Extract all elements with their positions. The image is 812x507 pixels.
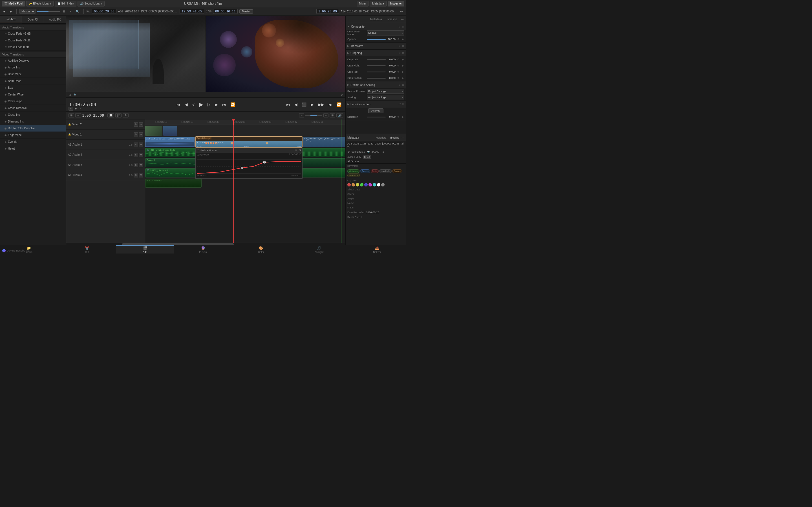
arrow-iris[interactable]: ◈ Arrow Iris — [0, 64, 66, 71]
v2-eye-btn[interactable]: 👁 — [134, 122, 138, 127]
crop-top-reset-btn[interactable]: ↺ — [397, 70, 400, 73]
dip-to-color-dissolve[interactable]: ◈ Dip To Color Dissolve — [0, 125, 66, 132]
keyword-wetlands[interactable]: Wetlands — [347, 169, 359, 173]
prev-frame-btn[interactable]: ◁ — [190, 101, 197, 108]
v2-clip-1[interactable] — [145, 126, 162, 136]
list-view-btn[interactable]: ≡ — [68, 9, 73, 13]
cross-fade-3db[interactable]: ≋ Cross Fade +3 dB — [0, 31, 66, 37]
lens-settings-btn[interactable]: ⚙ — [402, 103, 404, 106]
composite-reset-btn[interactable]: ↺ — [398, 25, 401, 28]
keyword-grassy[interactable]: Grassy — [360, 169, 370, 173]
tl-fit-btn[interactable]: ⊞ — [329, 113, 335, 117]
v2-clip-2[interactable] — [163, 126, 177, 136]
scaling-dropdown[interactable]: Project Settings ▾ — [367, 95, 404, 100]
bottom-color-tab[interactable]: 🎨 Color — [232, 245, 290, 253]
master-select[interactable]: Master — [19, 9, 36, 14]
clock-wipe[interactable]: ◈ Clock Wipe — [0, 98, 66, 105]
center-wipe[interactable]: ◈ Center Wipe — [0, 91, 66, 98]
retime-scaling-header[interactable]: ▶ Retime And Scaling ↺ ⚙ — [346, 81, 406, 88]
r-play-btn[interactable]: ▶ — [309, 101, 315, 108]
crop-left-slider[interactable] — [367, 59, 386, 60]
play-btn[interactable]: ▶ — [198, 100, 205, 109]
distortion-slider[interactable] — [367, 117, 386, 117]
bottom-fusion-tab[interactable]: 🔮 Fusion — [174, 245, 232, 253]
r-step-fwd-btn[interactable]: ▶▶ — [316, 101, 326, 108]
metadata-tab[interactable]: Metadata — [370, 1, 387, 6]
analyze-btn[interactable]: Analyze — [368, 108, 384, 113]
step-forward-btn[interactable]: ▶ — [213, 101, 220, 108]
tl-tool2[interactable]: ✂ — [75, 113, 81, 117]
lens-reset-btn[interactable]: ↺ — [398, 103, 401, 106]
bottom-fairlight-tab[interactable]: 🎵 Fairlight — [290, 245, 348, 253]
retime-close-btn[interactable]: ▼ — [295, 149, 297, 152]
search-btn[interactable]: 🔍 — [74, 9, 81, 13]
a2-m-btn[interactable]: M — [139, 153, 143, 157]
opacity-keyframe-btn[interactable]: ◆ — [401, 38, 404, 41]
flag-btn[interactable]: ⚑ — [74, 107, 78, 110]
v2-mute-btn[interactable]: M — [139, 122, 143, 127]
timeline-tab2[interactable]: Timeline — [389, 136, 400, 139]
tl-tool1[interactable]: ⊞ — [68, 113, 74, 117]
tl-link-btn[interactable]: ⛓ — [115, 113, 121, 117]
transform-settings-btn[interactable]: ⚙ — [402, 45, 404, 48]
metadata-tab2[interactable]: Metadata — [375, 136, 388, 139]
color-green[interactable] — [360, 183, 363, 186]
keyword-birds[interactable]: Birds — [371, 169, 378, 173]
v1-eye-btn[interactable]: 👁 — [134, 132, 138, 137]
composite-header[interactable]: ▼ Composite ↺ ⚙ — [346, 23, 406, 30]
a4-audio-clip[interactable]: from timeslice 1 — [145, 179, 202, 187]
v1-clip-left[interactable]: A14_2016-01-28_2217_C0090_[000000-001168… — [145, 137, 195, 147]
opacity-slider[interactable] — [367, 39, 386, 40]
v1-mute-btn[interactable]: M — [139, 132, 143, 137]
go-to-start-btn[interactable]: ⏮ — [175, 101, 182, 108]
speed-change-clip[interactable]: Speed Change A14_2016-01-28_2240_C005...… — [195, 136, 303, 148]
back-btn[interactable]: ◀ — [2, 9, 7, 13]
edge-wipe[interactable]: ◈ Edge Wipe — [0, 132, 66, 138]
edit-index-tab[interactable]: 📋 Edit Index — [55, 1, 77, 6]
viewer-zoom-btn[interactable]: 🔍 — [73, 93, 78, 97]
r-step-back-btn[interactable]: ◀ — [293, 101, 299, 108]
cross-fade-neg3db[interactable]: ≋ Cross Fade -3 dB — [0, 37, 66, 44]
cross-dissolve[interactable]: ◈ Cross Dissolve — [0, 105, 66, 112]
color-gray[interactable] — [381, 183, 385, 186]
cross-iris[interactable]: ◈ Cross Iris — [0, 112, 66, 118]
a4-m-btn[interactable]: M — [139, 173, 143, 177]
bottom-edit-tab[interactable]: 🎬 Edit — [116, 245, 174, 253]
step-back-btn[interactable]: ◀ — [183, 101, 190, 108]
timeline-insp-tab[interactable]: Timeline — [385, 17, 399, 21]
timeline-scrollbar[interactable] — [66, 243, 345, 245]
additive-dissolve[interactable]: ◈ Additive Dissolve — [0, 57, 66, 64]
retime-settings-btn[interactable]: ⚙ — [299, 149, 301, 152]
transform-reset-btn[interactable]: ↺ — [398, 45, 401, 48]
sound-library-tab[interactable]: 🔊 Sound Library — [78, 1, 104, 6]
grid-view-btn[interactable]: ⊞ — [61, 9, 66, 13]
lens-correction-header[interactable]: ▶ Lens Correction ↺ ⚙ — [346, 101, 406, 108]
go-to-end-btn[interactable]: ⏭ — [220, 101, 228, 108]
bottom-deliver-tab[interactable]: 📤 Deliver — [348, 245, 406, 253]
openfx-tab[interactable]: OpenFX — [22, 16, 44, 23]
box[interactable]: ◈ Box — [0, 84, 66, 91]
crop-left-reset-btn[interactable]: ↺ — [397, 58, 400, 61]
toolbox-tab[interactable]: Toolbox — [0, 16, 22, 23]
crop-right-key-btn[interactable]: ◆ — [401, 64, 404, 67]
r-go-start-btn[interactable]: ⏮ — [285, 101, 292, 108]
crop-bottom-key-btn[interactable]: ◆ — [401, 76, 404, 79]
zoom-slider[interactable] — [37, 11, 60, 12]
viewer-settings-btn[interactable]: ⚙ — [340, 93, 344, 97]
a1-s-btn[interactable]: S — [134, 143, 138, 147]
distortion-key-btn[interactable]: ◆ — [401, 115, 404, 118]
r-go-end-btn[interactable]: ⏭ — [327, 101, 334, 108]
crop-top-key-btn[interactable]: ◆ — [401, 70, 404, 73]
a3-s-btn[interactable]: S — [134, 163, 138, 167]
audio-fx-tab[interactable]: Audio FX — [44, 16, 66, 23]
color-yellow[interactable] — [356, 183, 359, 186]
keyword-submono[interactable]: Submono — [347, 173, 360, 177]
cross-fade-0db[interactable]: ≋ Cross Fade 0 dB — [0, 44, 66, 51]
composite-mode-dropdown[interactable]: Normal ▾ — [367, 31, 404, 36]
forward-btn[interactable]: ▶ — [8, 9, 13, 13]
color-blue[interactable] — [364, 183, 368, 186]
more-btn[interactable]: ⋯ — [399, 9, 404, 13]
color-red[interactable] — [347, 183, 351, 186]
heart[interactable]: ◈ Heart — [0, 145, 66, 152]
crop-right-reset-btn[interactable]: ↺ — [397, 64, 400, 67]
